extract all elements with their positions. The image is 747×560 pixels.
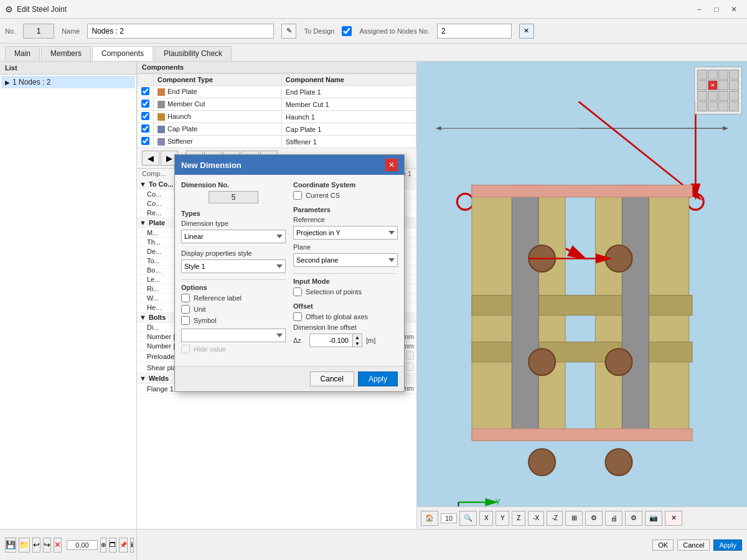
tab-plausibility[interactable]: Plausibility Check bbox=[154, 46, 232, 61]
table-row[interactable]: End Plate End Plate 1 bbox=[138, 86, 416, 98]
no-input[interactable] bbox=[23, 24, 54, 39]
vp-home-btn[interactable]: 🏠 bbox=[421, 511, 438, 526]
table-row[interactable]: Stiffener Stiffener 1 bbox=[138, 136, 416, 148]
vp-y-btn[interactable]: Y bbox=[496, 511, 509, 526]
cancel-button-main[interactable]: Cancel bbox=[677, 539, 710, 551]
offset-section: Offset Offset to global axes Dimension l… bbox=[293, 302, 398, 347]
reference-label: Reference bbox=[293, 216, 325, 223]
vp-grid-btn[interactable]: ⊞ bbox=[565, 511, 583, 526]
maximize-button[interactable]: □ bbox=[708, 2, 725, 16]
offset-global-checkbox[interactable] bbox=[293, 312, 302, 321]
title-bar-title: Edit Steel Joint bbox=[17, 5, 67, 14]
apply-button-main[interactable]: Apply bbox=[713, 539, 742, 551]
sel-points-checkbox[interactable] bbox=[293, 287, 302, 296]
bottom-view-btn[interactable]: 🗖 bbox=[109, 538, 116, 553]
vp-zoom-btn[interactable]: 🔍 bbox=[459, 511, 477, 526]
options-label: Options bbox=[181, 284, 286, 291]
vp-print-btn[interactable]: 🖨 bbox=[605, 511, 622, 526]
assigned-pick-button[interactable]: ✕ bbox=[519, 24, 534, 39]
assigned-input[interactable] bbox=[437, 24, 512, 39]
symbol-checkbox[interactable] bbox=[181, 316, 190, 325]
bottom-sel-btn[interactable]: 📌 bbox=[119, 538, 128, 553]
to-design-checkbox[interactable] bbox=[342, 26, 352, 36]
bottom-save-btn[interactable]: 💾 bbox=[5, 538, 16, 553]
types-label: Types bbox=[181, 210, 286, 217]
symbol-dropdown[interactable] bbox=[181, 329, 286, 342]
dialog-footer: Cancel Apply bbox=[175, 366, 404, 391]
vp-z-btn[interactable]: Z bbox=[512, 511, 525, 526]
tab-members[interactable]: Members bbox=[41, 46, 91, 61]
expand-icon: ▼ bbox=[139, 180, 146, 188]
bottom-close-btn[interactable]: ✕ bbox=[54, 538, 62, 553]
vp-settings2-btn[interactable]: ⚙ bbox=[625, 511, 642, 526]
input-mode-section: Input Mode Selection of points bbox=[293, 278, 398, 296]
comp-check-2[interactable] bbox=[141, 112, 149, 120]
svg-text:Y: Y bbox=[496, 497, 501, 506]
ok-button[interactable]: OK bbox=[652, 539, 674, 551]
dim-no-value: 5 bbox=[209, 191, 258, 203]
bottom-info-btn[interactable]: ℹ bbox=[130, 538, 134, 553]
dim-type-select[interactable]: Linear Angular Radial bbox=[181, 230, 286, 243]
vp-x-btn[interactable]: X bbox=[479, 511, 493, 526]
dialog-apply-button[interactable]: Apply bbox=[358, 371, 398, 386]
symbol-label: Symbol bbox=[194, 317, 217, 324]
tab-main[interactable]: Main bbox=[5, 46, 40, 61]
comp-check-3[interactable] bbox=[141, 124, 149, 133]
expand-icon: ▼ bbox=[139, 219, 146, 226]
reference-select[interactable]: Projection in X Projection in Y Projecti… bbox=[293, 226, 398, 240]
app-icon: ⚙ bbox=[5, 4, 13, 14]
list-item[interactable]: ▶ 1 Nodes : 2 bbox=[1, 76, 135, 88]
no-label: No. bbox=[5, 27, 16, 35]
bottom-coord-btn[interactable]: ⊕ bbox=[100, 538, 106, 553]
components-table: Component Type Component Name End Plate … bbox=[137, 73, 416, 148]
delta-z-unit: [m] bbox=[366, 337, 385, 344]
scale-display: 10 bbox=[441, 513, 457, 523]
vp-nz-btn[interactable]: -Z bbox=[547, 511, 563, 526]
name-input[interactable] bbox=[87, 24, 274, 39]
dim-no-label: Dimension No. bbox=[181, 181, 286, 189]
types-section: Types Dimension type Linear Angular Radi… bbox=[181, 210, 286, 243]
new-dimension-dialog: New Dimension ✕ Dimension No. 5 Types Di… bbox=[174, 154, 405, 392]
tree-group-plate-label: Plate bbox=[149, 219, 165, 226]
list-item-icon: ▶ bbox=[5, 79, 10, 86]
edit-name-button[interactable]: ✎ bbox=[281, 24, 296, 39]
vp-settings-btn[interactable]: ⚙ bbox=[585, 511, 603, 526]
vp-close-btn[interactable]: ✕ bbox=[665, 511, 682, 526]
display-style-select[interactable]: Style 1 Style 2 Style 3 bbox=[181, 259, 286, 273]
current-cs-checkbox[interactable] bbox=[293, 191, 302, 200]
bottom-redo-btn[interactable]: ↪ bbox=[43, 538, 51, 553]
unit-checkbox[interactable] bbox=[181, 305, 190, 314]
dialog-right-col: Coordinate System Current CS Parameters … bbox=[293, 181, 398, 360]
dialog-close-button[interactable]: ✕ bbox=[385, 159, 398, 171]
comp-check-1[interactable] bbox=[141, 100, 149, 108]
table-row[interactable]: Member Cut Member Cut 1 bbox=[138, 98, 416, 111]
comp-check-0[interactable] bbox=[141, 87, 149, 95]
vp-camera-btn[interactable]: 📷 bbox=[645, 511, 662, 526]
svg-point-22 bbox=[606, 449, 632, 475]
delta-z-input[interactable] bbox=[309, 334, 353, 347]
plane-label: Plane bbox=[293, 243, 311, 251]
minimize-button[interactable]: − bbox=[691, 2, 707, 16]
vp-nx-btn[interactable]: -X bbox=[528, 511, 544, 526]
options-section: Options Reference label Unit Symbol bbox=[181, 284, 286, 353]
close-button[interactable]: ✕ bbox=[726, 2, 742, 16]
toolbar-btn-0[interactable]: ◀ bbox=[142, 151, 159, 166]
ref-label-checkbox[interactable] bbox=[181, 294, 190, 302]
tab-components[interactable]: Components bbox=[92, 46, 153, 61]
dialog-cancel-button[interactable]: Cancel bbox=[310, 371, 354, 386]
dialog-left-col: Dimension No. 5 Types Dimension type Lin… bbox=[181, 181, 286, 360]
plane-select[interactable]: First plane Second plane Third plane bbox=[293, 253, 398, 267]
input-mode-label: Input Mode bbox=[293, 278, 398, 285]
hide-value-checkbox[interactable] bbox=[181, 345, 190, 353]
svg-rect-13 bbox=[512, 185, 538, 439]
delta-z-down[interactable]: ▼ bbox=[353, 340, 362, 347]
display-style-section: Display properties style Style 1 Style 2… bbox=[181, 250, 286, 273]
bottom-open-btn[interactable]: 📁 bbox=[19, 538, 30, 553]
table-row[interactable]: Cap Plate Cap Plate 1 bbox=[138, 123, 416, 136]
table-row[interactable]: Haunch Haunch 1 bbox=[138, 111, 416, 123]
comp-check-4[interactable] bbox=[141, 137, 149, 145]
delta-z-up[interactable]: ▲ bbox=[353, 334, 362, 340]
expand-icon: ▼ bbox=[139, 375, 146, 382]
bottom-undo-btn[interactable]: ↩ bbox=[32, 538, 40, 553]
svg-rect-16 bbox=[472, 429, 692, 441]
